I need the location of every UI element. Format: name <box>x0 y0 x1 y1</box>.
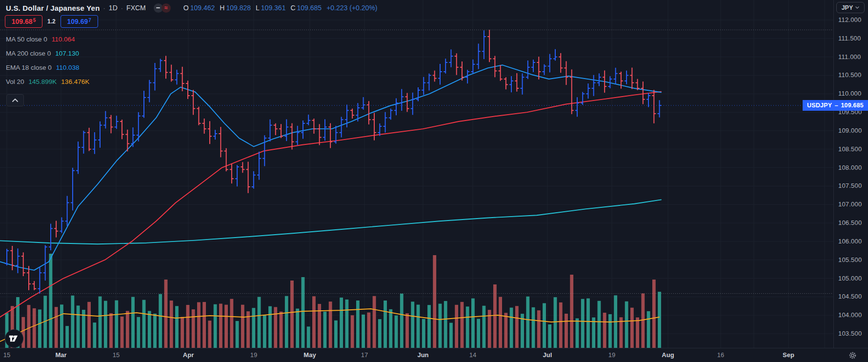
price-bar[interactable] <box>312 119 316 134</box>
volume-bar[interactable] <box>307 326 310 348</box>
volume-bar[interactable] <box>477 319 480 348</box>
price-bar[interactable] <box>230 164 234 184</box>
volume-bar[interactable] <box>658 292 661 348</box>
time-axis[interactable]: 15Mar15Apr19May17Jun14Jul19Aug16Sep <box>0 348 868 362</box>
price-bar[interactable] <box>21 252 25 276</box>
price-bar[interactable] <box>504 77 508 89</box>
volume-bar[interactable] <box>296 309 299 348</box>
price-bar[interactable] <box>147 80 151 102</box>
price-bar[interactable] <box>340 117 343 137</box>
price-bar[interactable] <box>296 126 300 145</box>
price-bar[interactable] <box>499 65 503 81</box>
price-bar[interactable] <box>115 116 119 129</box>
price-bar[interactable] <box>328 123 332 148</box>
volume-bar[interactable] <box>570 275 573 348</box>
volume-bar[interactable] <box>186 305 190 348</box>
price-bar[interactable] <box>120 120 124 139</box>
delayed-data-icon[interactable]: ≈ <box>161 3 171 13</box>
price-bar[interactable] <box>389 109 393 120</box>
volume-bar[interactable] <box>60 304 63 348</box>
price-bar[interactable] <box>202 119 206 134</box>
exchange-label[interactable]: FXCM <box>126 4 146 12</box>
volume-bar[interactable] <box>290 281 294 348</box>
price-bar[interactable] <box>98 121 102 148</box>
price-bar[interactable] <box>586 83 590 99</box>
last-price-flag[interactable]: USDJPY – 109.685 <box>803 100 868 111</box>
volume-bar[interactable] <box>340 298 343 348</box>
volume-bar[interactable] <box>433 255 436 348</box>
volume-bar[interactable] <box>373 296 376 348</box>
price-bar[interactable] <box>279 124 283 138</box>
volume-bar[interactable] <box>334 321 338 348</box>
price-bar[interactable] <box>142 91 146 118</box>
collapse-legend-button[interactable] <box>6 94 24 106</box>
volume-bar[interactable] <box>586 299 590 348</box>
volume-bar[interactable] <box>159 294 162 348</box>
price-bar[interactable] <box>619 72 623 89</box>
price-bar[interactable] <box>625 71 628 84</box>
price-bar[interactable] <box>515 73 519 92</box>
volume-bar[interactable] <box>537 310 541 348</box>
price-bar[interactable] <box>438 64 442 84</box>
price-bar[interactable] <box>543 64 546 75</box>
price-bar[interactable] <box>422 77 425 95</box>
price-bar[interactable] <box>169 65 173 82</box>
volume-bar[interactable] <box>164 280 168 348</box>
price-bar[interactable] <box>235 165 239 186</box>
price-bar[interactable] <box>274 123 278 135</box>
volume-bar[interactable] <box>329 302 332 348</box>
price-bar[interactable] <box>219 127 222 157</box>
volume-bar[interactable] <box>224 305 228 348</box>
price-bar[interactable] <box>652 90 656 123</box>
price-bar[interactable] <box>318 124 322 145</box>
volume-bar[interactable] <box>647 311 650 348</box>
volume-bar[interactable] <box>126 311 129 348</box>
price-bar[interactable] <box>564 61 568 85</box>
price-bar[interactable] <box>384 112 387 133</box>
volume-bar[interactable] <box>202 302 206 348</box>
volume-bar[interactable] <box>559 302 563 348</box>
volume-bar[interactable] <box>104 301 107 348</box>
volume-bar[interactable] <box>38 309 41 348</box>
volume-bar[interactable] <box>532 307 535 348</box>
volume-bar[interactable] <box>55 307 58 348</box>
volume-bar[interactable] <box>115 301 118 348</box>
volume-bar[interactable] <box>351 315 354 348</box>
volume-bar[interactable] <box>252 308 255 348</box>
volume-bar[interactable] <box>219 303 222 348</box>
volume-bar[interactable] <box>208 321 211 348</box>
price-bar[interactable] <box>257 152 261 180</box>
volume-bar[interactable] <box>439 303 442 348</box>
volume-bar[interactable] <box>389 309 392 348</box>
volume-bar[interactable] <box>65 326 69 348</box>
volume-bar[interactable] <box>49 254 53 348</box>
sell-button[interactable]: 109.685 <box>5 15 42 28</box>
volume-bar[interactable] <box>274 307 277 348</box>
price-bar[interactable] <box>32 281 36 290</box>
volume-bar[interactable] <box>230 299 233 348</box>
volume-bar[interactable] <box>302 277 305 348</box>
volume-bar[interactable] <box>422 319 425 348</box>
volume-bar[interactable] <box>630 308 634 348</box>
price-bar[interactable] <box>131 127 135 147</box>
price-bar[interactable] <box>81 131 85 154</box>
price-bar[interactable] <box>137 112 141 141</box>
symbol-title[interactable]: U.S. Dollar / Japanese Yen <box>6 4 100 12</box>
volume-bar[interactable] <box>356 301 360 348</box>
volume-bar[interactable] <box>455 305 458 348</box>
price-bar[interactable] <box>477 43 481 69</box>
price-bar[interactable] <box>427 74 431 91</box>
volume-bar[interactable] <box>395 316 398 348</box>
volume-bar[interactable] <box>576 319 579 348</box>
volume-bar[interactable] <box>471 299 475 348</box>
volume-bar[interactable] <box>87 302 91 348</box>
price-bar[interactable] <box>531 60 535 72</box>
volume-bar[interactable] <box>444 301 447 348</box>
price-bar[interactable] <box>658 100 662 117</box>
price-bar[interactable] <box>553 49 557 60</box>
price-bar[interactable] <box>455 53 459 75</box>
price-bar[interactable] <box>103 111 107 129</box>
volume-bar[interactable] <box>652 280 656 348</box>
volume-bar[interactable] <box>405 313 409 348</box>
volume-bar[interactable] <box>482 306 485 348</box>
